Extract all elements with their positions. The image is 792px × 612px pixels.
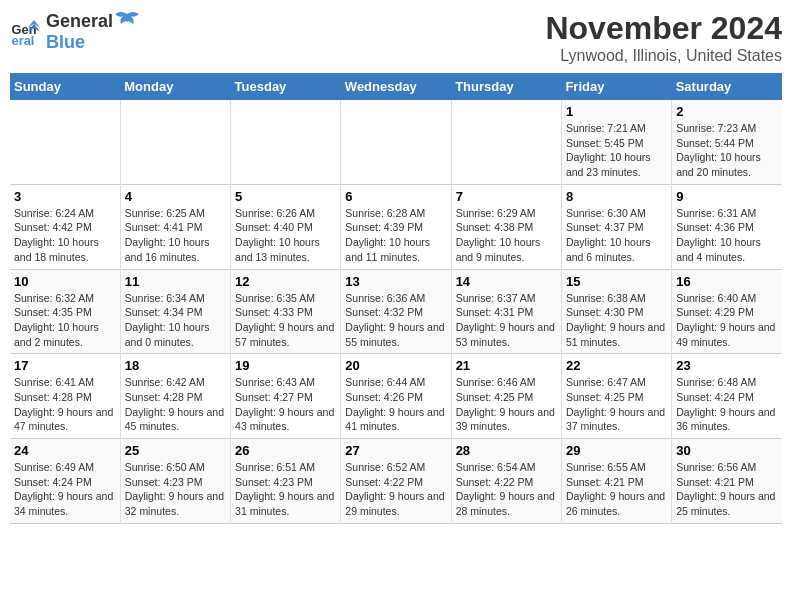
calendar-cell: 22Sunrise: 6:47 AMSunset: 4:25 PMDayligh… [561, 354, 671, 439]
day-number: 3 [14, 189, 116, 204]
calendar-cell: 4Sunrise: 6:25 AMSunset: 4:41 PMDaylight… [120, 184, 230, 269]
calendar-cell: 25Sunrise: 6:50 AMSunset: 4:23 PMDayligh… [120, 439, 230, 524]
day-info: Sunrise: 6:34 AMSunset: 4:34 PMDaylight:… [125, 291, 226, 350]
calendar-cell: 23Sunrise: 6:48 AMSunset: 4:24 PMDayligh… [672, 354, 782, 439]
day-number: 15 [566, 274, 667, 289]
day-number: 13 [345, 274, 446, 289]
calendar-cell: 17Sunrise: 6:41 AMSunset: 4:28 PMDayligh… [10, 354, 120, 439]
day-number: 19 [235, 358, 336, 373]
header-sunday: Sunday [10, 73, 120, 100]
day-info: Sunrise: 6:38 AMSunset: 4:30 PMDaylight:… [566, 291, 667, 350]
day-info: Sunrise: 6:41 AMSunset: 4:28 PMDaylight:… [14, 375, 116, 434]
title-area: November 2024 Lynwood, Illinois, United … [545, 10, 782, 65]
calendar-cell: 9Sunrise: 6:31 AMSunset: 4:36 PMDaylight… [672, 184, 782, 269]
calendar-cell [231, 100, 341, 184]
calendar-cell [120, 100, 230, 184]
day-number: 4 [125, 189, 226, 204]
day-info: Sunrise: 7:21 AMSunset: 5:45 PMDaylight:… [566, 121, 667, 180]
day-info: Sunrise: 6:24 AMSunset: 4:42 PMDaylight:… [14, 206, 116, 265]
day-info: Sunrise: 6:52 AMSunset: 4:22 PMDaylight:… [345, 460, 446, 519]
calendar-cell: 6Sunrise: 6:28 AMSunset: 4:39 PMDaylight… [341, 184, 451, 269]
calendar-cell: 8Sunrise: 6:30 AMSunset: 4:37 PMDaylight… [561, 184, 671, 269]
day-info: Sunrise: 6:40 AMSunset: 4:29 PMDaylight:… [676, 291, 778, 350]
header: Gen eral General Blue November 2024 Lynw… [10, 10, 782, 65]
day-info: Sunrise: 6:44 AMSunset: 4:26 PMDaylight:… [345, 375, 446, 434]
day-number: 7 [456, 189, 557, 204]
header-tuesday: Tuesday [231, 73, 341, 100]
calendar-cell: 7Sunrise: 6:29 AMSunset: 4:38 PMDaylight… [451, 184, 561, 269]
logo-text: General Blue [46, 10, 141, 53]
day-number: 24 [14, 443, 116, 458]
day-info: Sunrise: 6:35 AMSunset: 4:33 PMDaylight:… [235, 291, 336, 350]
day-number: 28 [456, 443, 557, 458]
header-monday: Monday [120, 73, 230, 100]
day-info: Sunrise: 6:49 AMSunset: 4:24 PMDaylight:… [14, 460, 116, 519]
main-title: November 2024 [545, 10, 782, 47]
header-friday: Friday [561, 73, 671, 100]
calendar-cell: 24Sunrise: 6:49 AMSunset: 4:24 PMDayligh… [10, 439, 120, 524]
calendar-cell: 5Sunrise: 6:26 AMSunset: 4:40 PMDaylight… [231, 184, 341, 269]
calendar-week-row: 10Sunrise: 6:32 AMSunset: 4:35 PMDayligh… [10, 269, 782, 354]
day-info: Sunrise: 6:26 AMSunset: 4:40 PMDaylight:… [235, 206, 336, 265]
day-number: 21 [456, 358, 557, 373]
calendar-cell: 15Sunrise: 6:38 AMSunset: 4:30 PMDayligh… [561, 269, 671, 354]
calendar-week-row: 17Sunrise: 6:41 AMSunset: 4:28 PMDayligh… [10, 354, 782, 439]
day-number: 23 [676, 358, 778, 373]
calendar-cell: 16Sunrise: 6:40 AMSunset: 4:29 PMDayligh… [672, 269, 782, 354]
day-info: Sunrise: 6:51 AMSunset: 4:23 PMDaylight:… [235, 460, 336, 519]
logo: Gen eral General Blue [10, 10, 141, 53]
day-number: 16 [676, 274, 778, 289]
calendar-cell: 26Sunrise: 6:51 AMSunset: 4:23 PMDayligh… [231, 439, 341, 524]
calendar-week-row: 1Sunrise: 7:21 AMSunset: 5:45 PMDaylight… [10, 100, 782, 184]
day-info: Sunrise: 6:32 AMSunset: 4:35 PMDaylight:… [14, 291, 116, 350]
logo-bird-icon [113, 10, 141, 32]
day-info: Sunrise: 6:48 AMSunset: 4:24 PMDaylight:… [676, 375, 778, 434]
calendar-cell: 30Sunrise: 6:56 AMSunset: 4:21 PMDayligh… [672, 439, 782, 524]
day-info: Sunrise: 6:28 AMSunset: 4:39 PMDaylight:… [345, 206, 446, 265]
day-info: Sunrise: 6:29 AMSunset: 4:38 PMDaylight:… [456, 206, 557, 265]
header-wednesday: Wednesday [341, 73, 451, 100]
day-info: Sunrise: 6:43 AMSunset: 4:27 PMDaylight:… [235, 375, 336, 434]
day-info: Sunrise: 6:30 AMSunset: 4:37 PMDaylight:… [566, 206, 667, 265]
day-number: 5 [235, 189, 336, 204]
day-number: 29 [566, 443, 667, 458]
day-number: 22 [566, 358, 667, 373]
header-saturday: Saturday [672, 73, 782, 100]
day-info: Sunrise: 6:50 AMSunset: 4:23 PMDaylight:… [125, 460, 226, 519]
day-info: Sunrise: 6:36 AMSunset: 4:32 PMDaylight:… [345, 291, 446, 350]
calendar-cell: 1Sunrise: 7:21 AMSunset: 5:45 PMDaylight… [561, 100, 671, 184]
day-info: Sunrise: 6:54 AMSunset: 4:22 PMDaylight:… [456, 460, 557, 519]
day-number: 1 [566, 104, 667, 119]
calendar-cell: 29Sunrise: 6:55 AMSunset: 4:21 PMDayligh… [561, 439, 671, 524]
day-info: Sunrise: 6:42 AMSunset: 4:28 PMDaylight:… [125, 375, 226, 434]
day-info: Sunrise: 6:31 AMSunset: 4:36 PMDaylight:… [676, 206, 778, 265]
calendar-cell: 14Sunrise: 6:37 AMSunset: 4:31 PMDayligh… [451, 269, 561, 354]
calendar-cell: 2Sunrise: 7:23 AMSunset: 5:44 PMDaylight… [672, 100, 782, 184]
day-number: 14 [456, 274, 557, 289]
day-number: 8 [566, 189, 667, 204]
day-number: 27 [345, 443, 446, 458]
day-number: 2 [676, 104, 778, 119]
day-number: 9 [676, 189, 778, 204]
day-number: 10 [14, 274, 116, 289]
day-number: 11 [125, 274, 226, 289]
calendar-table: SundayMondayTuesdayWednesdayThursdayFrid… [10, 73, 782, 524]
header-thursday: Thursday [451, 73, 561, 100]
day-info: Sunrise: 6:56 AMSunset: 4:21 PMDaylight:… [676, 460, 778, 519]
day-number: 18 [125, 358, 226, 373]
logo-blue: Blue [46, 32, 141, 53]
day-info: Sunrise: 6:25 AMSunset: 4:41 PMDaylight:… [125, 206, 226, 265]
calendar-header-row: SundayMondayTuesdayWednesdayThursdayFrid… [10, 73, 782, 100]
calendar-cell [341, 100, 451, 184]
calendar-cell [451, 100, 561, 184]
calendar-cell: 28Sunrise: 6:54 AMSunset: 4:22 PMDayligh… [451, 439, 561, 524]
day-info: Sunrise: 6:55 AMSunset: 4:21 PMDaylight:… [566, 460, 667, 519]
calendar-week-row: 3Sunrise: 6:24 AMSunset: 4:42 PMDaylight… [10, 184, 782, 269]
day-number: 20 [345, 358, 446, 373]
logo-icon: Gen eral [10, 16, 42, 48]
day-number: 17 [14, 358, 116, 373]
calendar-cell: 11Sunrise: 6:34 AMSunset: 4:34 PMDayligh… [120, 269, 230, 354]
day-info: Sunrise: 6:46 AMSunset: 4:25 PMDaylight:… [456, 375, 557, 434]
day-number: 30 [676, 443, 778, 458]
day-number: 12 [235, 274, 336, 289]
